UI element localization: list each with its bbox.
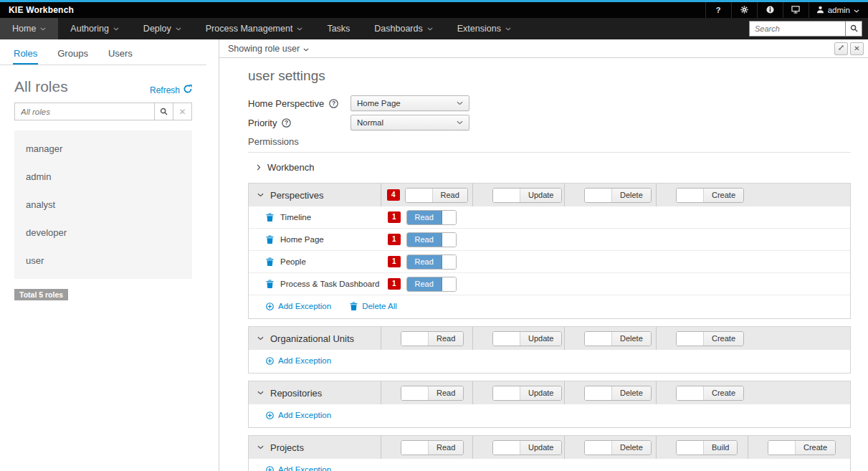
- tab-users[interactable]: Users: [108, 45, 133, 65]
- permission-cell: Create: [656, 327, 748, 350]
- role-list-item[interactable]: analyst: [14, 191, 192, 219]
- trash-icon[interactable]: [266, 235, 274, 244]
- navbar-search-button[interactable]: [845, 21, 862, 37]
- toggle-update[interactable]: Update: [492, 188, 562, 203]
- maximize-button[interactable]: [834, 42, 848, 55]
- app-brand: KIE Workbench: [9, 5, 74, 15]
- panel-splitter[interactable]: [206, 39, 219, 471]
- panel-body: user settings Home Perspective?Home Page…: [219, 58, 868, 471]
- toggle-label: Read: [407, 211, 442, 224]
- section-links-row: Add ExceptionDelete All: [249, 295, 850, 318]
- toggle-track: [677, 332, 704, 346]
- permission-cell: 4Read: [381, 184, 472, 206]
- add-exception-label: Add Exception: [278, 411, 331, 419]
- trash-icon[interactable]: [266, 280, 274, 288]
- toggle-track: [406, 189, 433, 202]
- toggle-delete[interactable]: Delete: [584, 386, 652, 401]
- user-menu[interactable]: admin: [809, 2, 868, 18]
- nav-item-extensions[interactable]: Extensions: [445, 18, 523, 39]
- permission-cell: Delete: [564, 436, 656, 459]
- add-exception-link[interactable]: Add Exception: [266, 356, 331, 365]
- nav-item-tasks[interactable]: Tasks: [315, 18, 362, 39]
- toggle-create[interactable]: Create: [676, 331, 744, 346]
- add-exception-link[interactable]: Add Exception: [266, 302, 331, 310]
- role-list-item[interactable]: manager: [14, 135, 192, 163]
- nav-item-home[interactable]: Home: [0, 18, 58, 39]
- help-button[interactable]: ?: [705, 2, 731, 18]
- nav-item-label: Authoring: [70, 24, 109, 34]
- toggle-read[interactable]: Read: [401, 386, 464, 401]
- page-title: user settings: [248, 68, 851, 84]
- close-button[interactable]: ✕: [850, 42, 864, 55]
- toggle-create[interactable]: Create: [768, 440, 836, 455]
- section-title-wrap: Repositories: [257, 381, 381, 404]
- workbench-label: Workbench: [267, 162, 315, 173]
- roles-filter-clear-button[interactable]: ✕: [173, 103, 192, 120]
- toggle-read[interactable]: Read: [406, 277, 457, 292]
- settings-button[interactable]: [731, 2, 757, 18]
- permission-section-perspectives: Perspectives4ReadUpdateDeleteCreateTimel…: [248, 183, 851, 319]
- exception-row: People1Read: [249, 251, 850, 273]
- workbench-section-toggle[interactable]: Workbench: [248, 153, 851, 183]
- about-button[interactable]: [757, 2, 783, 18]
- section-header[interactable]: Perspectives4ReadUpdateDeleteCreate: [249, 184, 850, 206]
- tab-roles[interactable]: Roles: [13, 45, 38, 65]
- trash-icon[interactable]: [266, 213, 274, 222]
- toggle-delete[interactable]: Delete: [584, 188, 652, 203]
- toggle-track: [493, 332, 520, 346]
- toggle-read[interactable]: Read: [406, 254, 457, 270]
- add-exception-link[interactable]: Add Exception: [266, 411, 331, 419]
- toggle-update[interactable]: Update: [492, 440, 562, 455]
- panel-title-dropdown[interactable]: Showing role user: [228, 44, 309, 54]
- navbar-search-input[interactable]: [749, 21, 845, 37]
- role-list-item[interactable]: admin: [14, 163, 192, 191]
- nav-item-authoring[interactable]: Authoring: [58, 18, 131, 39]
- nav-item-process-management[interactable]: Process Management: [194, 18, 315, 39]
- roles-filter-search-button[interactable]: [155, 103, 173, 120]
- nav-item-dashboards[interactable]: Dashboards: [362, 18, 444, 39]
- workbench-view-button[interactable]: [783, 2, 809, 18]
- toggle-read[interactable]: Read: [401, 331, 464, 346]
- permission-cell: Read: [381, 381, 472, 404]
- toggle-build[interactable]: Build: [676, 440, 738, 455]
- sidebar-heading: All roles: [14, 78, 68, 95]
- add-exception-link[interactable]: Add Exception: [266, 465, 331, 471]
- toggle-read[interactable]: Read: [405, 188, 468, 203]
- toggle-label: Read: [407, 255, 442, 269]
- toggle-create[interactable]: Create: [676, 386, 744, 401]
- section-title-wrap: Projects: [257, 436, 381, 459]
- nav-item-deploy[interactable]: Deploy: [131, 18, 194, 39]
- add-exception-label: Add Exception: [278, 302, 331, 310]
- permission-cell: Delete: [564, 327, 656, 350]
- toggle-read[interactable]: Read: [406, 210, 457, 225]
- chevron-down-icon: [40, 27, 46, 31]
- toggle-update[interactable]: Update: [492, 331, 562, 346]
- exception-count-badge: 1: [388, 278, 401, 290]
- roles-filter-input[interactable]: [14, 103, 155, 120]
- role-list-item[interactable]: developer: [14, 219, 192, 247]
- exception-row: Home Page1Read: [249, 229, 850, 251]
- toggle-read[interactable]: Read: [406, 232, 457, 247]
- section-header[interactable]: Organizational UnitsReadUpdateDeleteCrea…: [249, 327, 850, 350]
- toggle-delete[interactable]: Delete: [584, 331, 652, 346]
- toggle-read[interactable]: Read: [401, 440, 464, 455]
- trash-icon[interactable]: [266, 257, 274, 266]
- nav-item-label: Home: [12, 24, 36, 34]
- toggle-create[interactable]: Create: [676, 188, 744, 203]
- toggle-update[interactable]: Update: [492, 386, 562, 401]
- nav-item-label: Deploy: [143, 24, 171, 34]
- section-header[interactable]: ProjectsReadUpdateDeleteBuildCreate: [249, 436, 850, 459]
- sidebar-tabs: RolesGroupsUsers: [0, 39, 206, 65]
- field-select-priority[interactable]: Normal: [350, 115, 469, 130]
- field-label-text: Home Perspective: [248, 98, 324, 109]
- refresh-link[interactable]: Refresh: [150, 85, 192, 95]
- tab-groups[interactable]: Groups: [57, 45, 89, 65]
- chevron-down-icon: [257, 193, 264, 197]
- toggle-delete[interactable]: Delete: [584, 440, 652, 455]
- section-header[interactable]: RepositoriesReadUpdateDeleteCreate: [249, 381, 850, 404]
- role-list-item[interactable]: user: [14, 247, 192, 275]
- field-select-home-perspective[interactable]: Home Page: [350, 95, 469, 111]
- section-title-wrap: Perspectives: [257, 184, 381, 206]
- delete-all-link[interactable]: Delete All: [350, 302, 397, 310]
- permission-cell: Update: [472, 327, 564, 350]
